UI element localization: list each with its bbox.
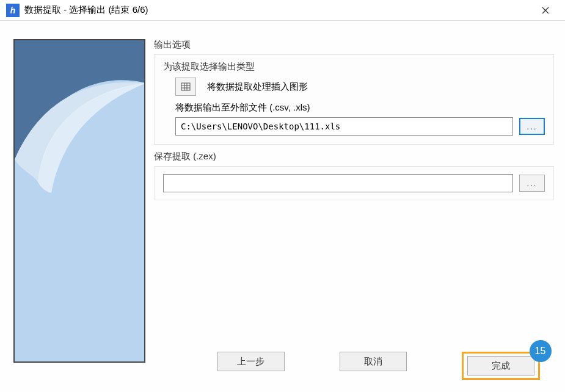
external-path-row: ... xyxy=(175,117,545,136)
prev-button[interactable]: 上一步 xyxy=(217,352,285,371)
preview-pane xyxy=(13,39,145,363)
dialog-content: 输出选项 为该提取选择输出类型 将数据提取处理插入图形 xyxy=(0,21,565,392)
insert-into-drawing-label: 将数据提取处理插入图形 xyxy=(207,81,308,93)
save-extraction-group: 保存提取 (.zex) ... xyxy=(154,151,554,200)
zex-path-input[interactable] xyxy=(163,174,513,192)
footer-buttons: 上一步 取消 完成 15 xyxy=(154,352,554,380)
output-options-group: 输出选项 为该提取选择输出类型 将数据提取处理插入图形 xyxy=(154,39,554,145)
zex-path-row: ... xyxy=(163,174,545,192)
output-options-title: 输出选项 xyxy=(154,39,554,51)
close-icon xyxy=(542,7,549,14)
finish-button[interactable]: 完成 xyxy=(467,356,534,376)
insert-row: 将数据提取处理插入图形 xyxy=(175,78,545,96)
select-output-label: 为该提取选择输出类型 xyxy=(163,61,545,73)
close-button[interactable] xyxy=(532,1,559,20)
app-icon: h xyxy=(6,4,20,17)
zex-browse-button[interactable]: ... xyxy=(519,175,545,192)
right-panel: 输出选项 为该提取选择输出类型 将数据提取处理插入图形 xyxy=(154,39,554,386)
cancel-button[interactable]: 取消 xyxy=(340,352,407,371)
output-options-body: 为该提取选择输出类型 将数据提取处理插入图形 将数据输出至外部文件 (.csv, xyxy=(154,54,554,145)
table-insert-icon xyxy=(181,82,191,92)
svg-rect-3 xyxy=(181,83,190,90)
step-badge: 15 xyxy=(530,340,552,362)
titlebar: h 数据提取 - 选择输出 (结束 6/6) xyxy=(0,0,565,21)
insert-into-drawing-button[interactable] xyxy=(175,78,196,96)
window-title: 数据提取 - 选择输出 (结束 6/6) xyxy=(24,4,532,16)
finish-highlight: 完成 15 xyxy=(462,352,540,380)
external-browse-button[interactable]: ... xyxy=(519,118,545,135)
external-file-label: 将数据输出至外部文件 (.csv, .xls) xyxy=(175,102,545,114)
external-path-input[interactable] xyxy=(175,117,513,136)
save-extraction-title: 保存提取 (.zex) xyxy=(154,151,554,162)
save-extraction-body: ... xyxy=(154,166,554,200)
page-curl-illustration xyxy=(15,40,145,363)
